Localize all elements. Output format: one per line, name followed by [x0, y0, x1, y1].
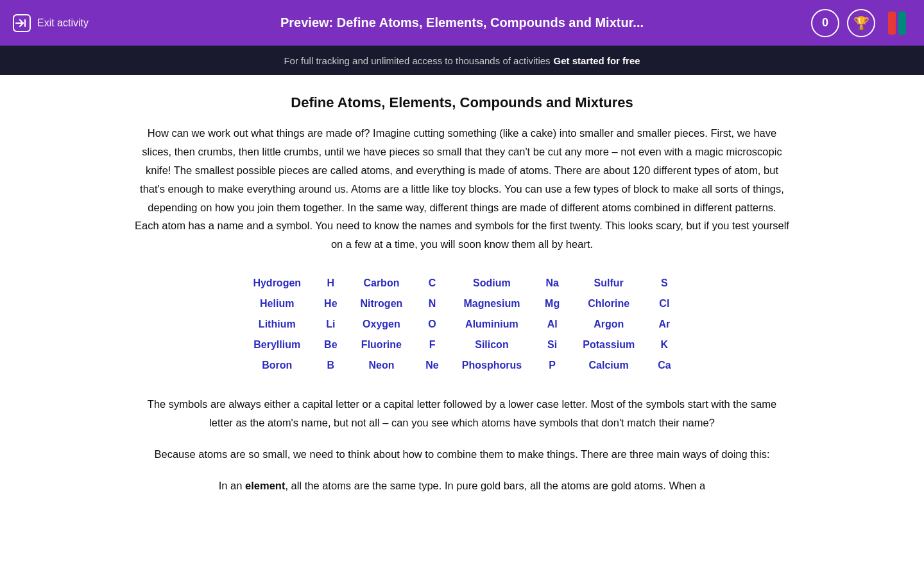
sym-mg: Mg	[545, 293, 560, 314]
element-carbon: Carbon	[363, 273, 399, 293]
element-magnesium: Magnesium	[463, 293, 520, 314]
element-calcium: Calcium	[589, 355, 629, 376]
elements-col-3-names: Sodium Magnesium Aluminium Silicon Phosp…	[450, 273, 533, 376]
svg-rect-3	[888, 12, 896, 35]
bottom-text-rest: , all the atoms are the same type. In pu…	[285, 480, 705, 491]
elements-col-1-syms: H He Li Be B	[312, 273, 348, 376]
sym-b: B	[327, 355, 335, 376]
svg-rect-5	[889, 18, 894, 22]
element-nitrogen: Nitrogen	[361, 293, 403, 314]
sym-ne: Ne	[425, 355, 438, 376]
sym-c: C	[429, 273, 436, 293]
puzzle-svg	[883, 9, 911, 37]
sym-p: P	[549, 355, 556, 376]
promo-text: For full tracking and unlimited access t…	[284, 55, 550, 66]
main-content: Define Atoms, Elements, Compounds and Mi…	[109, 75, 815, 534]
element-silicon: Silicon	[475, 335, 508, 355]
elements-col-1-names: Hydrogen Helium Lithium Beryllium Boron	[241, 273, 312, 376]
exit-activity-button[interactable]: Exit activity	[13, 14, 89, 32]
sym-al: Al	[547, 314, 558, 335]
sym-s: S	[661, 273, 668, 293]
elements-table: Hydrogen Helium Lithium Beryllium Boron …	[135, 273, 789, 376]
sym-cl: Cl	[659, 293, 669, 314]
sym-ar: Ar	[658, 314, 670, 335]
element-beryllium: Beryllium	[253, 335, 300, 355]
header: Exit activity Preview: Define Atoms, Ele…	[0, 0, 924, 46]
sym-si: Si	[547, 335, 557, 355]
elements-col-4-syms: S Cl Ar K Ca	[646, 273, 682, 376]
elements-col-2-names: Carbon Nitrogen Oxygen Fluorine Neon	[349, 273, 415, 376]
combine-text: Because atoms are so small, we need to t…	[135, 445, 789, 464]
article-body: How can we work out what things are made…	[135, 124, 789, 254]
sym-k: K	[661, 335, 669, 355]
exit-icon	[13, 14, 31, 32]
score-circle: 0	[811, 9, 839, 37]
element-helium: Helium	[260, 293, 294, 314]
header-title: Preview: Define Atoms, Elements, Compoun…	[280, 15, 644, 30]
element-bold-label: element	[245, 480, 285, 491]
element-lithium: Lithium	[259, 314, 296, 335]
elements-col-2-syms: C N O F Ne	[414, 273, 450, 376]
sym-ca: Ca	[658, 355, 671, 376]
sym-o: O	[428, 314, 436, 335]
svg-rect-6	[900, 22, 905, 26]
element-sodium: Sodium	[473, 273, 511, 293]
sym-h: H	[327, 273, 335, 293]
element-oxygen: Oxygen	[363, 314, 400, 335]
element-chlorine: Chlorine	[588, 293, 629, 314]
sym-li: Li	[326, 314, 335, 335]
promo-bar: For full tracking and unlimited access t…	[0, 46, 924, 75]
bottom-text: In an element, all the atoms are the sam…	[135, 477, 789, 495]
sym-n: N	[429, 293, 436, 314]
sym-be: Be	[324, 335, 337, 355]
element-potassium: Potassium	[583, 335, 635, 355]
element-phosphorus: Phosphorus	[462, 355, 522, 376]
sym-he: He	[324, 293, 337, 314]
sym-f: F	[429, 335, 436, 355]
trophy-button[interactable]: 🏆	[847, 9, 875, 37]
exit-activity-label: Exit activity	[37, 17, 89, 29]
lower-text: The symbols are always either a capital …	[135, 395, 789, 432]
element-argon: Argon	[594, 314, 624, 335]
element-fluorine: Fluorine	[361, 335, 402, 355]
promo-cta[interactable]: Get started for free	[554, 55, 640, 66]
elements-col-3-syms: Na Mg Al Si P	[533, 273, 571, 376]
article-title: Define Atoms, Elements, Compounds and Mi…	[135, 94, 789, 111]
element-neon: Neon	[368, 355, 394, 376]
header-right: 0 🏆	[811, 9, 911, 37]
element-sulfur: Sulfur	[594, 273, 624, 293]
score-value: 0	[822, 16, 828, 30]
sym-na: Na	[545, 273, 558, 293]
element-hydrogen: Hydrogen	[253, 273, 301, 293]
trophy-icon: 🏆	[853, 15, 869, 31]
elements-col-4-names: Sulfur Chlorine Argon Potassium Calcium	[571, 273, 646, 376]
puzzle-icon	[883, 9, 911, 37]
element-aluminium: Aluminium	[465, 314, 518, 335]
element-boron: Boron	[262, 355, 292, 376]
